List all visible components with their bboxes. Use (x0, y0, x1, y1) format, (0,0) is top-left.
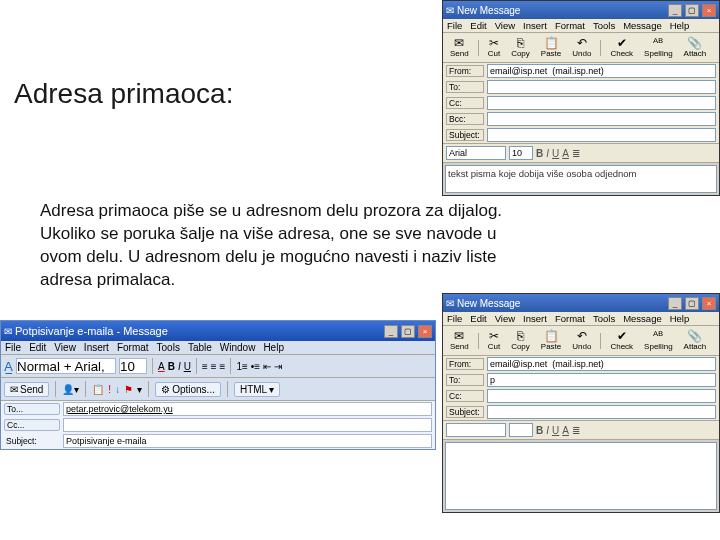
followup-icon[interactable]: ▾ (137, 384, 142, 395)
fontsize-select[interactable] (119, 358, 147, 374)
underline-icon[interactable]: U (552, 148, 559, 159)
menu-file[interactable]: File (447, 20, 462, 31)
menu-edit[interactable]: Edit (29, 342, 46, 353)
numbered-list-icon[interactable]: 1≡ (236, 361, 247, 372)
align-center-icon[interactable]: ≡ (211, 361, 217, 372)
cc-label[interactable]: Cc: (446, 390, 484, 402)
fontcolor-icon[interactable]: A (562, 425, 569, 436)
menu-format[interactable]: Format (555, 20, 585, 31)
cc-label[interactable]: Cc: (446, 97, 484, 109)
menu-tools[interactable]: Tools (157, 342, 180, 353)
to-field[interactable] (487, 80, 716, 94)
italic-icon[interactable]: I (546, 148, 549, 159)
fontsize-select[interactable] (509, 146, 533, 160)
spelling-button[interactable]: ᴬᴮSpelling (640, 328, 676, 353)
menu-window[interactable]: Window (220, 342, 256, 353)
maximize-button[interactable]: ▢ (401, 325, 415, 338)
titlebar[interactable]: ✉ New Message _ ▢ × (443, 294, 719, 312)
fontsize-select[interactable] (509, 423, 533, 437)
menu-help[interactable]: Help (670, 313, 690, 324)
list-icon[interactable]: ≣ (572, 425, 580, 436)
from-field[interactable] (487, 357, 716, 371)
importance-high-icon[interactable]: ! (108, 384, 111, 395)
minimize-button[interactable]: _ (384, 325, 398, 338)
close-button[interactable]: × (702, 297, 716, 310)
cc-field[interactable] (63, 418, 432, 432)
menu-edit[interactable]: Edit (470, 20, 486, 31)
bold-icon[interactable]: B (536, 425, 543, 436)
message-body[interactable] (445, 442, 717, 510)
bcc-field[interactable] (487, 112, 716, 126)
titlebar[interactable]: ✉ New Message _ ▢ × (443, 1, 719, 19)
fontcolor-icon[interactable]: A (158, 361, 165, 372)
underline-icon[interactable]: U (552, 425, 559, 436)
underline-icon[interactable]: U (184, 361, 191, 372)
menu-view[interactable]: View (495, 313, 515, 324)
undo-button[interactable]: ↶Undo (568, 35, 595, 60)
paste-button[interactable]: 📋Paste (537, 328, 565, 353)
menu-insert[interactable]: Insert (523, 313, 547, 324)
cut-button[interactable]: ✂Cut (484, 328, 504, 353)
maximize-button[interactable]: ▢ (685, 297, 699, 310)
menu-table[interactable]: Table (188, 342, 212, 353)
close-button[interactable]: × (418, 325, 432, 338)
menu-file[interactable]: File (447, 313, 462, 324)
spelling-button[interactable]: ᴬᴮSpelling (640, 35, 676, 60)
subject-field[interactable] (487, 405, 716, 419)
paste-button[interactable]: 📋Paste (537, 35, 565, 60)
options-button[interactable]: ⚙ Options... (155, 382, 221, 397)
align-right-icon[interactable]: ≡ (220, 361, 226, 372)
importance-low-icon[interactable]: ↓ (115, 384, 120, 395)
bold-icon[interactable]: B (168, 361, 175, 372)
italic-icon[interactable]: I (546, 425, 549, 436)
subject-field[interactable] (63, 434, 432, 448)
from-field[interactable] (487, 64, 716, 78)
menu-insert[interactable]: Insert (84, 342, 109, 353)
menu-insert[interactable]: Insert (523, 20, 547, 31)
send-button[interactable]: ✉Send (446, 328, 473, 353)
attach-button[interactable]: 📎Attach (680, 328, 711, 353)
menu-format[interactable]: Format (117, 342, 149, 353)
titlebar[interactable]: ✉ Potpisivanje e-maila - Message _ ▢ × (1, 321, 435, 341)
accounts-icon[interactable]: 👤▾ (62, 384, 79, 395)
cc-field[interactable] (487, 96, 716, 110)
check-button[interactable]: ✔Check (606, 328, 637, 353)
menu-format[interactable]: Format (555, 313, 585, 324)
outdent-icon[interactable]: ⇤ (263, 361, 271, 372)
attach-button[interactable]: 📎Attach (680, 35, 711, 60)
font-select[interactable] (446, 423, 506, 437)
menu-view[interactable]: View (54, 342, 76, 353)
copy-button[interactable]: ⎘Copy (507, 35, 534, 60)
cc-field[interactable] (487, 389, 716, 403)
menu-file[interactable]: File (5, 342, 21, 353)
undo-button[interactable]: ↶Undo (568, 328, 595, 353)
align-left-icon[interactable]: ≡ (202, 361, 208, 372)
bullet-list-icon[interactable]: •≡ (251, 361, 260, 372)
flag-icon[interactable]: ⚑ (124, 384, 133, 395)
close-button[interactable]: × (702, 4, 716, 17)
menu-tools[interactable]: Tools (593, 20, 615, 31)
menu-tools[interactable]: Tools (593, 313, 615, 324)
menu-edit[interactable]: Edit (470, 313, 486, 324)
copy-button[interactable]: ⎘Copy (507, 328, 534, 353)
style-select[interactable] (16, 358, 116, 374)
cut-button[interactable]: ✂Cut (484, 35, 504, 60)
maximize-button[interactable]: ▢ (685, 4, 699, 17)
cc-button[interactable]: Cc... (4, 419, 60, 431)
to-field[interactable] (63, 402, 432, 416)
menu-message[interactable]: Message (623, 313, 662, 324)
fontcolor-icon[interactable]: A (562, 148, 569, 159)
menu-message[interactable]: Message (623, 20, 662, 31)
bold-icon[interactable]: B (536, 148, 543, 159)
send-button[interactable]: ✉ Send (4, 382, 49, 397)
to-label[interactable]: To: (446, 81, 484, 93)
menu-help[interactable]: Help (670, 20, 690, 31)
font-select[interactable] (446, 146, 506, 160)
to-field[interactable] (487, 373, 716, 387)
menu-help[interactable]: Help (263, 342, 284, 353)
to-button[interactable]: To... (4, 403, 60, 415)
minimize-button[interactable]: _ (668, 4, 682, 17)
send-button[interactable]: ✉Send (446, 35, 473, 60)
to-label[interactable]: To: (446, 374, 484, 386)
styles-icon[interactable]: A̲ (4, 359, 13, 374)
